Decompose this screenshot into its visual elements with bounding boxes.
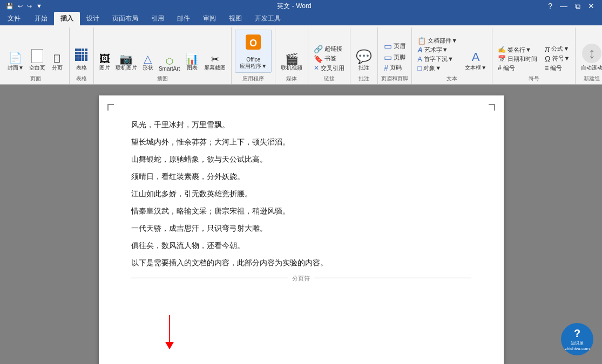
btn-文档部件[interactable]: 📋 文档部件▼ <box>415 36 459 45</box>
datetime-icon: 📅 <box>498 55 506 63</box>
math-stacked: π 公式▼ Ω 符号▼ ≡ 编号 <box>543 44 572 73</box>
btn-编号[interactable]: # 编号 <box>496 64 539 73</box>
comment-icon: 💬 <box>356 50 372 63</box>
tab-kaifa[interactable]: 开发工具 <box>248 12 287 25</box>
btn-联机图片[interactable]: 📷 联机图片 <box>113 52 139 73</box>
symbol-icon: Ω <box>545 54 550 63</box>
customize-quick-btn[interactable]: ▼ <box>35 3 44 9</box>
cover-icon: 📄 <box>9 52 22 63</box>
btn-编号2[interactable]: ≡ 编号 <box>543 64 572 73</box>
group-header-footer: ▭ 页眉 ▭ 页脚 # 页码 页眉和页脚 <box>378 28 412 84</box>
minimize-btn[interactable]: — <box>557 0 571 12</box>
btn-签名行[interactable]: ✍ 签名行▼ <box>496 45 539 54</box>
btn-形状[interactable]: △ 形状 <box>140 52 155 73</box>
svg-text:O: O <box>249 38 257 49</box>
page-content: 风光，千里冰封，万里雪飘。 望长城内外，惟余莽莽；大河上下，顿失滔滔。 山舞银蛇… <box>131 117 471 270</box>
document-page[interactable]: 风光，千里冰封，万里雪飘。 望长城内外，惟余莽莽；大河上下，顿失滔滔。 山舞银蛇… <box>99 95 504 364</box>
dropcap-icon: A <box>417 55 422 63</box>
group-fuhaos-label: 符号 <box>529 75 539 84</box>
btn-对象[interactable]: □ 对象▼ <box>415 64 459 73</box>
group-biaoge: 表格 表格 <box>70 28 94 84</box>
group-yemian-items: 📄 封面▼ 空白页 ⎕ 分页 <box>5 30 66 73</box>
btn-封面[interactable]: 📄 封面▼ <box>5 51 26 73</box>
btn-日期时间[interactable]: 📅 日期和时间 <box>496 54 539 64</box>
image-icon: 🖼 <box>99 53 110 64</box>
quick-access: 💾 ↩ ↪ ▼ <box>4 3 44 10</box>
btn-autoscroll[interactable]: ↕ 自动滚动 <box>579 43 602 73</box>
btn-图片[interactable]: 🖼 图片 <box>97 52 112 73</box>
office-icon: O <box>243 32 263 56</box>
group-biaoge-items: 表格 <box>73 30 90 73</box>
group-yingyong-items: O Office应用程序▼ <box>235 30 272 73</box>
text-stacked: 📋 文档部件▼ A 艺术字▼ A 首字下沉▼ □ 对象▼ <box>415 36 459 73</box>
title-bar-controls: ? — ⧉ ✕ <box>545 0 598 12</box>
group-yingyong: O Office应用程序▼ 应用程序 <box>232 28 275 84</box>
btn-超链接[interactable]: 🔗 超链接 <box>312 44 347 54</box>
pagenum-icon: # <box>384 64 388 72</box>
chart-icon: 📊 <box>185 53 199 64</box>
page-break-divider: 分页符 <box>131 272 471 284</box>
line-2: 望长城内外，惟余莽莽；大河上下，顿失滔滔。 <box>131 134 471 149</box>
btn-分页[interactable]: ⎕ 分页 <box>49 52 66 73</box>
tab-sheji[interactable]: 设计 <box>80 12 106 25</box>
smartart-icon: ⬡ <box>166 57 173 66</box>
numbering-icon: ≡ <box>545 64 549 72</box>
tab-wenjian[interactable]: 文件 <box>0 12 28 25</box>
logo-text: 知识屋zhishivu.com <box>565 341 590 351</box>
btn-图表[interactable]: 📊 图表 <box>183 52 201 73</box>
btn-首字下沉[interactable]: A 首字下沉▼ <box>415 54 459 64</box>
group-xinjian-label: 新建组 <box>584 75 600 84</box>
btn-文本框[interactable]: A 文本框▼ <box>463 50 489 73</box>
page-break-label: 分页符 <box>288 272 314 284</box>
btn-公式[interactable]: π 公式▼ <box>543 44 572 54</box>
group-meiti-items: 🎬 联机视频 <box>279 30 305 73</box>
btn-交叉引用[interactable]: ✕ 交叉引用 <box>312 64 347 73</box>
btn-艺术字[interactable]: A 艺术字▼ <box>415 45 459 54</box>
line-3: 山舞银蛇，原驰蜡象，欲与天公试比高。 <box>131 152 471 167</box>
btn-office-apps[interactable]: O Office应用程序▼ <box>235 30 272 73</box>
ribbon-tab-bar: 文件 开始 插入 设计 页面布局 引用 邮件 审阅 视图 开发工具 <box>0 12 602 25</box>
btn-空白页[interactable]: 空白页 <box>27 48 48 73</box>
group-xinjian-items: ↕ 自动滚动 <box>579 30 602 73</box>
btn-smartart[interactable]: ⬡ SmartArt <box>157 56 182 73</box>
tab-youjian[interactable]: 邮件 <box>171 12 197 25</box>
line-8: 俱往矣，数风流人物，还看今朝。 <box>131 238 471 253</box>
line-4: 须晴日，看红装素裹，分外妖娆。 <box>131 169 471 184</box>
btn-符号[interactable]: Ω 符号▼ <box>543 54 572 64</box>
btn-屏幕截图[interactable]: ✂ 屏幕截图 <box>202 53 228 73</box>
red-arrow-annotation <box>164 315 174 349</box>
formula-icon: π <box>545 45 550 53</box>
arrow-shaft <box>169 315 170 342</box>
btn-页码[interactable]: # 页码 <box>382 63 408 73</box>
help-btn[interactable]: ? <box>545 0 556 12</box>
group-header-footer-items: ▭ 页眉 ▭ 页脚 # 页码 <box>382 30 408 73</box>
number-icon: # <box>498 64 502 72</box>
group-fuhaos: ✍ 签名行▼ 📅 日期和时间 # 编号 π 公式▼ Ω <box>492 28 576 84</box>
online-image-icon: 📷 <box>119 53 133 64</box>
textbox-icon: A <box>472 51 480 63</box>
tab-shenyue[interactable]: 审阅 <box>197 12 222 25</box>
btn-表格[interactable]: 表格 <box>73 45 90 73</box>
btn-联机视频[interactable]: 🎬 联机视频 <box>279 52 305 73</box>
logo-watermark[interactable]: ? 知识屋zhishivu.com <box>561 323 593 355</box>
btn-页眉[interactable]: ▭ 页眉 <box>382 40 408 52</box>
group-chatu-items: 🖼 图片 📷 联机图片 △ 形状 ⬡ SmartArt 📊 图表 ✂ 屏幕截图 <box>97 30 228 73</box>
group-wenben-label: 文本 <box>447 75 457 84</box>
tab-yinyong[interactable]: 引用 <box>145 12 171 25</box>
btn-书签[interactable]: 🔖 书签 <box>312 54 347 64</box>
screenshot-icon: ✂ <box>211 54 219 64</box>
undo-quick-btn[interactable]: ↩ <box>16 3 24 10</box>
save-quick-btn[interactable]: 💾 <box>4 3 15 10</box>
group-meiti-label: 媒体 <box>286 75 297 84</box>
tab-charu[interactable]: 插入 <box>54 12 80 25</box>
tab-kaishi[interactable]: 开始 <box>28 12 54 25</box>
btn-页脚[interactable]: ▭ 页脚 <box>382 52 408 63</box>
hyperlink-icon: 🔗 <box>314 45 323 53</box>
tab-shitu[interactable]: 视图 <box>222 12 248 25</box>
btn-批注[interactable]: 💬 批注 <box>354 49 374 73</box>
group-pizhu-label: 批注 <box>359 75 369 84</box>
tab-yemian[interactable]: 页面布局 <box>106 12 145 25</box>
restore-btn[interactable]: ⧉ <box>572 0 584 12</box>
close-btn[interactable]: ✕ <box>585 0 598 12</box>
redo-quick-btn[interactable]: ↪ <box>25 3 33 10</box>
